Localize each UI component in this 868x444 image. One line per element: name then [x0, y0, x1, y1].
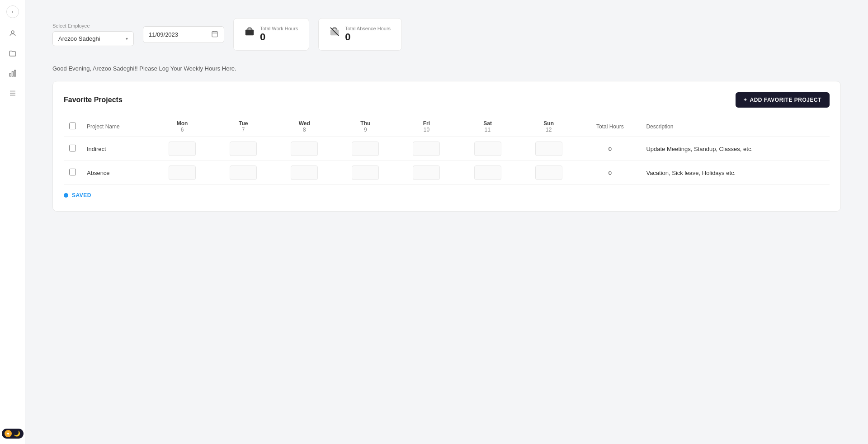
row-tue-input-0[interactable] [230, 142, 257, 156]
col-wed: Wed 8 [274, 117, 335, 137]
row-mon-input-0[interactable] [169, 142, 196, 156]
sidebar-item-chart[interactable] [5, 65, 21, 81]
header-row: Select Employee Arezoo Sadeghi ▾ 11/09/2… [52, 18, 841, 51]
row-tue-cell-0 [213, 137, 274, 161]
row-mon-cell-1 [152, 161, 213, 185]
row-description-0: Update Meetings, Standup, Classes, etc. [641, 137, 830, 161]
row-tue-input-1[interactable] [230, 165, 257, 180]
briefcase-icon [245, 27, 255, 39]
sidebar-item-user[interactable] [5, 25, 21, 42]
svg-rect-3 [14, 70, 15, 76]
work-hours-label: Total Work Hours [260, 26, 298, 31]
absence-hours-value: 0 [345, 31, 391, 43]
sidebar-item-folder[interactable] [5, 45, 21, 61]
greeting-text: Good Evening, Arezoo Sadeghi!! Please Lo… [52, 65, 841, 72]
col-mon: Mon 6 [152, 117, 213, 137]
work-hours-info: Total Work Hours 0 [260, 26, 298, 43]
row-mon-cell-0 [152, 137, 213, 161]
col-project-name: Project Name [81, 117, 152, 137]
col-sun: Sun 12 [518, 117, 579, 137]
row-sun-input-1[interactable] [535, 165, 562, 180]
row-wed-cell-1 [274, 161, 335, 185]
row-fri-input-0[interactable] [413, 142, 440, 156]
row-total-1: 0 [579, 161, 641, 185]
col-tue: Tue 7 [213, 117, 274, 137]
row-mon-input-1[interactable] [169, 165, 196, 180]
col-fri: Fri 10 [396, 117, 457, 137]
total-absence-hours-card: Total Absence Hours 0 [318, 18, 402, 51]
row-thu-cell-0 [335, 137, 396, 161]
add-favorite-project-button[interactable]: + ADD FAVORITE PROJECT [736, 92, 830, 108]
svg-rect-12 [212, 31, 217, 37]
total-work-hours-card: Total Work Hours 0 [233, 18, 309, 51]
projects-card: Favorite Projects + ADD FAVORITE PROJECT… [52, 81, 841, 212]
projects-title: Favorite Projects [64, 96, 123, 104]
table-row: Indirect [64, 137, 830, 161]
work-hours-value: 0 [260, 31, 298, 43]
plus-icon: + [744, 97, 747, 103]
sidebar-expand-button[interactable]: › [6, 5, 19, 18]
row-wed-cell-0 [274, 137, 335, 161]
projects-table: Project Name Mon 6 Tue 7 Wed 8 Thu [64, 117, 830, 185]
no-bag-icon [330, 27, 340, 39]
col-thu: Thu 9 [335, 117, 396, 137]
calendar-icon [211, 30, 218, 39]
col-sat: Sat 11 [457, 117, 518, 137]
svg-point-7 [7, 433, 9, 435]
row-fri-input-1[interactable] [413, 165, 440, 180]
row-thu-cell-1 [335, 161, 396, 185]
sidebar-item-list[interactable] [5, 85, 21, 101]
date-picker[interactable]: 11/09/2023 [143, 26, 224, 43]
select-all-checkbox[interactable] [69, 123, 76, 129]
row-checkbox-1[interactable] [69, 169, 76, 175]
chevron-right-icon: › [12, 9, 14, 15]
moon-icon: 🌙 [14, 430, 21, 437]
row-sat-cell-0 [457, 137, 518, 161]
row-checkbox-cell [64, 161, 81, 185]
employee-select-wrapper: Select Employee Arezoo Sadeghi ▾ [52, 23, 134, 46]
date-value: 11/09/2023 [149, 31, 178, 38]
table-row: Absence [64, 161, 830, 185]
add-favorite-label: ADD FAVORITE PROJECT [750, 97, 821, 103]
employee-label: Select Employee [52, 23, 134, 28]
row-fri-cell-1 [396, 161, 457, 185]
row-checkbox-cell [64, 137, 81, 161]
saved-text: SAVED [72, 192, 91, 198]
row-wed-input-1[interactable] [291, 165, 318, 180]
row-sat-cell-1 [457, 161, 518, 185]
main-content: Select Employee Arezoo Sadeghi ▾ 11/09/2… [25, 0, 868, 444]
row-fri-cell-0 [396, 137, 457, 161]
row-sat-input-1[interactable] [474, 165, 501, 180]
saved-indicator: SAVED [64, 185, 830, 200]
row-project-name-1: Absence [81, 161, 152, 185]
absence-hours-info: Total Absence Hours 0 [345, 26, 391, 43]
projects-card-header: Favorite Projects + ADD FAVORITE PROJECT [64, 92, 830, 108]
row-sun-cell-0 [518, 137, 579, 161]
col-total-hours: Total Hours [579, 117, 641, 137]
employee-value: Arezoo Sadeghi [58, 35, 100, 42]
row-project-name-0: Indirect [81, 137, 152, 161]
row-thu-input-0[interactable] [352, 142, 379, 156]
row-thu-input-1[interactable] [352, 165, 379, 180]
col-description: Description [641, 117, 830, 137]
employee-select[interactable]: Arezoo Sadeghi ▾ [52, 31, 134, 46]
date-picker-wrapper: 11/09/2023 [143, 26, 224, 43]
sidebar: › 🌙 [0, 0, 25, 444]
theme-toggle[interactable]: 🌙 [2, 429, 24, 439]
row-sun-input-0[interactable] [535, 142, 562, 156]
chevron-down-icon: ▾ [126, 36, 128, 41]
row-total-0: 0 [579, 137, 641, 161]
svg-point-0 [11, 31, 14, 33]
absence-hours-label: Total Absence Hours [345, 26, 391, 31]
svg-rect-1 [9, 73, 11, 76]
sun-icon [5, 430, 12, 437]
saved-dot [64, 193, 68, 198]
row-description-1: Vacation, Sick leave, Holidays etc. [641, 161, 830, 185]
svg-rect-2 [12, 71, 13, 76]
row-sat-input-0[interactable] [474, 142, 501, 156]
row-checkbox-0[interactable] [69, 145, 76, 151]
row-tue-cell-1 [213, 161, 274, 185]
row-wed-input-0[interactable] [291, 142, 318, 156]
row-sun-cell-1 [518, 161, 579, 185]
